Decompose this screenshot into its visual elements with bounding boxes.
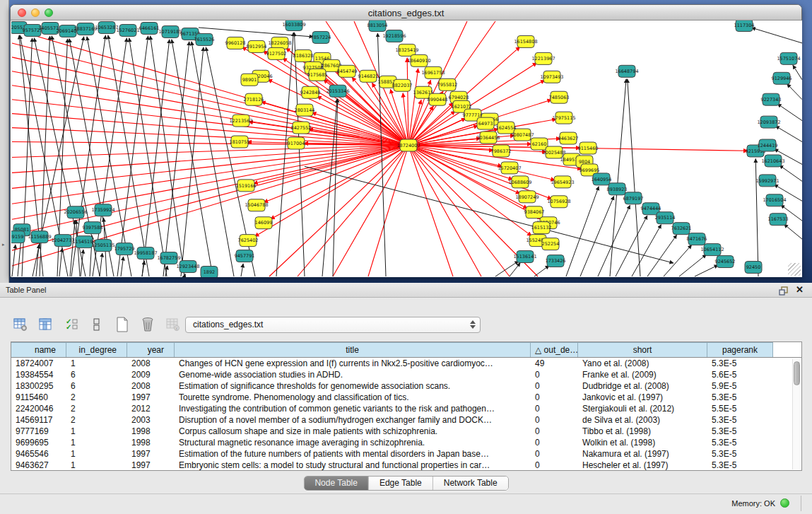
table-cell[interactable]: 9777169: [11, 426, 66, 437]
graph-node[interactable]: 9397588: [83, 222, 103, 234]
table-cell[interactable]: 6: [66, 369, 127, 380]
graph-node[interactable]: 1117304: [734, 21, 755, 31]
table-cell[interactable]: 2: [66, 392, 127, 403]
table-cell[interactable]: 1: [66, 448, 127, 460]
graph-node[interactable]: 19654923: [551, 176, 574, 188]
table-cell[interactable]: Structural magnetic resonance image aver…: [175, 437, 531, 448]
graph-node[interactable]: 15720407: [498, 162, 521, 174]
network-canvas[interactable]: 2055395757271405571720691406188371691065…: [11, 21, 802, 277]
graph-node[interactable]: 9457791: [235, 250, 255, 262]
table-cell[interactable]: 0: [531, 380, 578, 392]
graph-node[interactable]: 8990448: [428, 93, 448, 105]
table-cell[interactable]: Nakamura et al. (1997): [578, 448, 707, 460]
table-cell[interactable]: 18724007: [11, 358, 66, 369]
graph-node[interactable]: 10973493: [540, 71, 563, 83]
graph-node[interactable]: 9245652: [715, 256, 736, 268]
table-mode-icon[interactable]: [13, 317, 28, 332]
table-cell[interactable]: 2008: [127, 380, 175, 392]
delete-column-icon[interactable]: [140, 317, 155, 332]
graph-node[interactable]: 2935114: [655, 212, 676, 224]
table-cell[interactable]: Stergiakouli et al. (2012): [578, 403, 707, 414]
graph-node[interactable]: 9146821: [358, 70, 379, 82]
new-column-icon[interactable]: [114, 317, 130, 332]
show-columns-icon[interactable]: [38, 317, 54, 332]
graph-node[interactable]: 16961758: [421, 66, 445, 78]
table-cell[interactable]: 0: [531, 437, 578, 448]
graph-node[interactable]: 8427552: [291, 122, 312, 134]
table-cell[interactable]: 1997: [127, 460, 175, 471]
graph-node[interactable]: 1640954: [592, 173, 612, 185]
graph-node[interactable]: 1615132: [531, 222, 552, 234]
vertical-scrollbar[interactable]: [792, 359, 801, 469]
table-cell[interactable]: 9699695: [11, 437, 66, 448]
table-cell[interactable]: 49: [531, 358, 578, 369]
graph-node[interactable]: 1795729: [114, 243, 135, 255]
column-header-title[interactable]: title: [175, 342, 531, 357]
row-height-icon[interactable]: [89, 317, 105, 332]
float-window-icon[interactable]: [779, 286, 788, 295]
table-cell[interactable]: Jankovic et al. (1997): [578, 392, 707, 403]
graph-node[interactable]: 12923448: [176, 261, 199, 273]
graph-node[interactable]: 9463627: [558, 132, 579, 144]
table-cell[interactable]: 5.6E-5: [707, 369, 773, 380]
graph-node[interactable]: 18325419: [395, 44, 418, 56]
tab-node-table[interactable]: Node Table: [304, 477, 369, 490]
table-cell[interactable]: 2: [66, 414, 127, 426]
graph-node[interactable]: 9384067: [524, 206, 545, 218]
column-header-short[interactable]: short: [578, 342, 707, 357]
graph-node[interactable]: 1810755: [230, 136, 250, 148]
tab-edge-table[interactable]: Edge Table: [369, 477, 433, 490]
table-cell[interactable]: 9463627: [11, 460, 66, 471]
table-cell[interactable]: Tibbo et al. (1998): [578, 426, 707, 437]
table-cell[interactable]: Genome-wide association studies in ADHD.: [175, 369, 531, 380]
graph-node[interactable]: 7485063: [549, 91, 570, 103]
graph-node[interactable]: 15276021: [116, 24, 139, 36]
table-cell[interactable]: Hescheler et al. (1997): [578, 460, 707, 471]
graph-node[interactable]: 20206556: [64, 206, 87, 218]
table-cell[interactable]: Disruption of a novel member of a sodium…: [175, 414, 531, 426]
graph-node[interactable]: 10807487: [510, 129, 534, 141]
table-cell[interactable]: Wolkin et al. (1998): [578, 437, 707, 448]
table-cell[interactable]: 0: [531, 403, 578, 414]
table-cell[interactable]: 0: [531, 460, 578, 471]
graph-node[interactable]: 1167533: [768, 214, 789, 226]
column-header-year[interactable]: year: [127, 342, 175, 357]
table-cell[interactable]: Changes of HCN gene expression and I(f) …: [175, 358, 531, 369]
graph-node[interactable]: 2718126: [244, 93, 264, 105]
graph-node[interactable]: 17359924: [91, 204, 114, 216]
table-cell[interactable]: 2009: [127, 369, 175, 380]
table-cell[interactable]: 5.3E-5: [707, 437, 773, 448]
table-cell[interactable]: 1997: [127, 392, 175, 403]
table-row[interactable]: 911546021997Tourette syndrome. Phenomeno…: [11, 392, 801, 403]
graph-node[interactable]: 9242848: [300, 86, 321, 98]
graph-node[interactable]: 10719185: [158, 25, 182, 37]
graph-node[interactable]: 8471676: [687, 233, 707, 245]
graph-node[interactable]: 7986372: [491, 145, 512, 157]
graph-node[interactable]: 8912954: [247, 40, 267, 52]
table-cell[interactable]: 0: [531, 369, 578, 380]
table-cell[interactable]: 0: [531, 414, 578, 426]
graph-node[interactable]: 7857224: [311, 31, 331, 43]
column-header-in_degree[interactable]: in_degree: [66, 342, 127, 357]
graph-node[interactable]: 1892: [201, 267, 218, 277]
scrollbar-thumb[interactable]: [794, 361, 800, 385]
column-header-name[interactable]: name: [11, 342, 66, 357]
graph-node[interactable]: 92450: [745, 262, 762, 274]
graph-node[interactable]: 8822037: [392, 79, 413, 91]
graph-node[interactable]: 10653287: [95, 21, 118, 33]
graph-node[interactable]: 18226058: [268, 37, 291, 49]
table-cell[interactable]: 19384554: [11, 369, 66, 380]
table-cell[interactable]: 22420046: [11, 403, 66, 414]
graph-node[interactable]: 12505135: [91, 240, 114, 252]
table-row[interactable]: 1456911722003Disruption of a novel membe…: [11, 414, 801, 426]
graph-node[interactable]: 9129946: [772, 72, 792, 84]
panel-collapse-handle[interactable]: ▸: [2, 242, 6, 247]
graph-node[interactable]: 9227343: [761, 93, 782, 105]
graph-node[interactable]: 7625402: [238, 235, 259, 247]
graph-node[interactable]: 6879197: [623, 192, 644, 204]
graph-node[interactable]: 6466161: [139, 22, 160, 34]
column-header-out_de[interactable]: △ out_de…: [531, 342, 578, 357]
table-cell[interactable]: 1: [66, 437, 127, 448]
table-cell[interactable]: 5.3E-5: [707, 414, 773, 426]
graph-node[interactable]: 8186328: [293, 49, 314, 62]
